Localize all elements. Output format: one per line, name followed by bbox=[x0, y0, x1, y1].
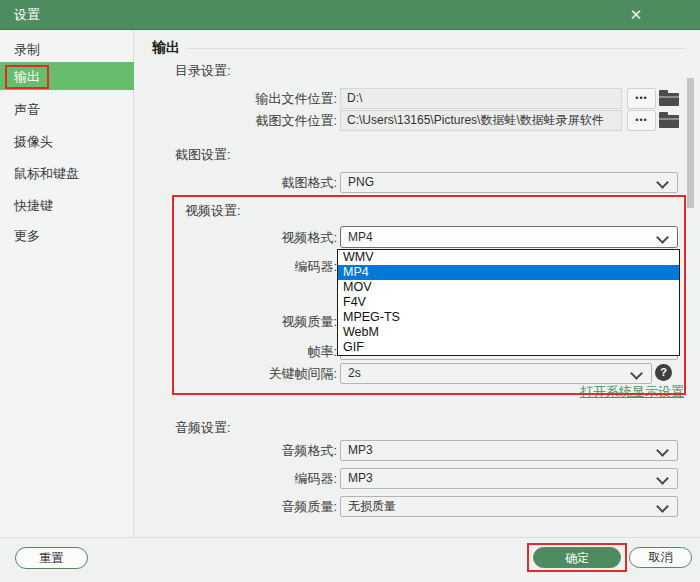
cancel-button[interactable]: 取消 bbox=[629, 547, 692, 568]
screenshot-path-label: 截图文件位置: bbox=[137, 110, 337, 131]
video-section-title: 视频设置: bbox=[185, 202, 241, 220]
titlebar: 设置 ✕ bbox=[0, 0, 700, 30]
audio-format-value: MP3 bbox=[348, 443, 373, 457]
sidebar-item-mouse-keyboard[interactable]: 鼠标和键盘 bbox=[0, 160, 134, 188]
dropdown-option-f4v[interactable]: F4V bbox=[338, 295, 679, 310]
sidebar-item-hotkeys[interactable]: 快捷键 bbox=[0, 192, 134, 220]
output-folder-icon[interactable] bbox=[659, 90, 679, 106]
screenshot-folder-icon[interactable] bbox=[659, 112, 679, 128]
page-title: 输出 bbox=[152, 39, 180, 57]
keyframe-interval-select[interactable]: 2s bbox=[340, 363, 652, 384]
sidebar-item-record[interactable]: 录制 bbox=[0, 36, 134, 64]
chevron-down-icon bbox=[656, 472, 669, 485]
help-icon[interactable]: ? bbox=[655, 364, 672, 381]
dir-section-title: 目录设置: bbox=[175, 62, 231, 80]
sidebar-item-sound[interactable]: 声音 bbox=[0, 96, 134, 124]
screenshot-section-title: 截图设置: bbox=[175, 146, 231, 164]
audio-format-select[interactable]: MP3 bbox=[340, 440, 678, 461]
sidebar-item-output[interactable]: 输出 bbox=[0, 62, 134, 90]
screenshot-format-value: PNG bbox=[348, 175, 374, 189]
framerate-label: 帧率: bbox=[137, 341, 337, 362]
sidebar-item-more[interactable]: 更多 bbox=[0, 222, 134, 250]
screenshot-format-label: 截图格式: bbox=[137, 172, 337, 193]
open-system-display-settings-link[interactable]: 打开系统显示设置 bbox=[540, 383, 684, 401]
audio-encoder-select[interactable]: MP3 bbox=[340, 468, 678, 489]
output-path-label: 输出文件位置: bbox=[137, 88, 337, 109]
audio-section-title: 音频设置: bbox=[175, 419, 231, 437]
output-path-browse-button[interactable]: ••• bbox=[627, 88, 656, 109]
screenshot-format-select[interactable]: PNG bbox=[340, 172, 678, 193]
chevron-down-icon bbox=[656, 444, 669, 457]
audio-quality-value: 无损质量 bbox=[348, 499, 396, 513]
audio-format-label: 音频格式: bbox=[137, 440, 337, 461]
video-format-select[interactable]: MP4 bbox=[340, 226, 678, 248]
window-title: 设置 bbox=[14, 0, 40, 29]
chevron-down-icon bbox=[630, 367, 643, 380]
audio-quality-label: 音频质量: bbox=[137, 496, 337, 517]
audio-encoder-value: MP3 bbox=[348, 471, 373, 485]
video-quality-label: 视频质量: bbox=[137, 311, 337, 332]
sidebar: 录制 输出 声音 摄像头 鼠标和键盘 快捷键 更多 bbox=[0, 30, 134, 537]
dropdown-option-mov[interactable]: MOV bbox=[338, 280, 679, 295]
reset-button[interactable]: 重置 bbox=[15, 547, 88, 569]
sidebar-item-output-label: 输出 bbox=[5, 65, 49, 89]
dropdown-option-mpegts[interactable]: MPEG-TS bbox=[338, 310, 679, 325]
screenshot-path-browse-button[interactable]: ••• bbox=[627, 110, 656, 131]
output-path-input[interactable]: D:\ bbox=[340, 88, 622, 109]
header-divider bbox=[186, 48, 686, 49]
dropdown-option-gif[interactable]: GIF bbox=[338, 340, 679, 355]
dropdown-option-mp4[interactable]: MP4 bbox=[338, 265, 679, 280]
chevron-down-icon bbox=[656, 176, 669, 189]
chevron-down-icon bbox=[656, 500, 669, 513]
keyframe-interval-value: 2s bbox=[348, 366, 361, 380]
sidebar-item-camera[interactable]: 摄像头 bbox=[0, 128, 134, 156]
chevron-down-icon bbox=[656, 231, 669, 244]
footer-divider bbox=[0, 537, 700, 538]
dropdown-option-wmv[interactable]: WMV bbox=[338, 250, 679, 265]
video-encoder-label: 编码器: bbox=[137, 256, 337, 277]
video-format-value: MP4 bbox=[348, 230, 373, 244]
close-icon[interactable]: ✕ bbox=[620, 0, 652, 29]
video-format-label: 视频格式: bbox=[137, 227, 337, 248]
settings-window: 设置 ✕ 录制 输出 声音 摄像头 鼠标和键盘 快捷键 更多 输出 目录设置: … bbox=[0, 0, 700, 582]
scrollbar-thumb[interactable] bbox=[687, 78, 694, 208]
video-format-dropdown-list: WMV MP4 MOV F4V MPEG-TS WebM GIF bbox=[337, 249, 680, 356]
audio-encoder-label: 编码器: bbox=[137, 468, 337, 489]
ok-button[interactable]: 确定 bbox=[533, 547, 621, 568]
screenshot-path-input[interactable]: C:\Users\13165\Pictures\数据蛙\数据蛙录屏软件 bbox=[340, 110, 622, 131]
keyframe-interval-label: 关键帧间隔: bbox=[137, 363, 337, 384]
dropdown-option-webm[interactable]: WebM bbox=[338, 325, 679, 340]
audio-quality-select[interactable]: 无损质量 bbox=[340, 496, 678, 517]
